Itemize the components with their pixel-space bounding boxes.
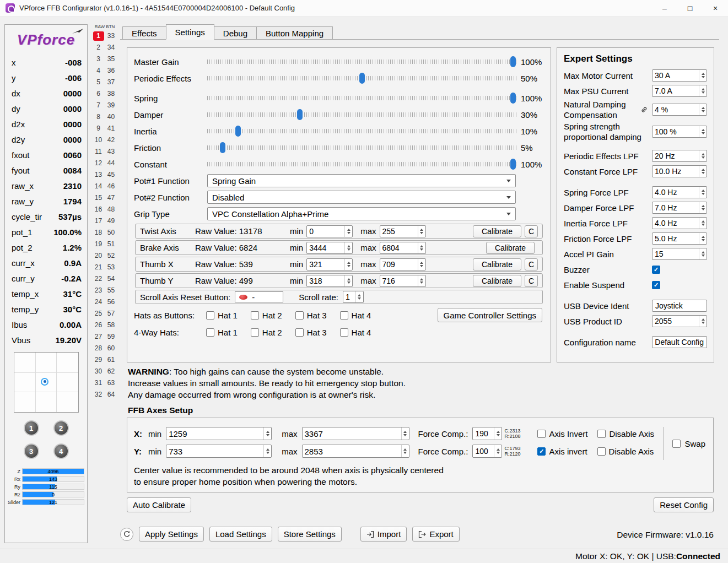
calibrate-button[interactable]: Calibrate [473,258,521,270]
setting-spin-input[interactable]: 10.0 Hz [652,165,707,177]
spinner-icon[interactable] [494,445,501,457]
swap-checkbox-item[interactable]: Swap [663,427,705,460]
slider[interactable] [207,93,516,104]
spinner-icon[interactable] [699,187,707,198]
game-controller-settings-button[interactable]: Game Controller Settings [438,308,542,322]
axis-min-input[interactable]: 321 [306,258,353,270]
axis-min-input[interactable]: 3444 [306,242,353,254]
spinner-icon[interactable] [699,218,707,229]
close-button[interactable]: × [703,0,728,16]
checkbox[interactable] [251,311,259,320]
slider-handle[interactable] [510,93,516,104]
hat-checkbox-item[interactable]: Hat 2 [251,328,282,337]
setting-spin-input[interactable]: 2055 [652,315,707,327]
auto-calibrate-button[interactable]: Auto Calibrate [127,497,191,512]
spinner-icon[interactable] [494,427,501,440]
checkbox[interactable] [206,328,214,337]
spinner-icon[interactable] [355,291,363,302]
hat-checkbox-item[interactable]: Hat 3 [295,328,327,337]
setting-spin-input[interactable]: 20 Hz [652,150,707,162]
center-button[interactable]: C [525,275,538,287]
tab[interactable]: Debug [214,26,257,40]
checkbox[interactable] [295,328,304,337]
ffb-max-input[interactable]: 3367 [302,427,409,440]
spinner-icon[interactable] [401,445,409,457]
checkbox[interactable] [340,311,348,320]
force-comp-input[interactable]: 100 [472,445,502,458]
hat-checkbox-item[interactable]: Hat 4 [340,311,371,320]
axis-invert-checkbox-item[interactable]: Axis Invert [537,429,587,439]
checkbox[interactable] [652,281,660,289]
hat-checkbox-item[interactable]: Hat 2 [251,311,282,320]
setting-spin-input[interactable]: 7.0 A [652,85,707,97]
checkbox[interactable] [597,447,606,456]
link-icon[interactable] [639,104,650,115]
disable-axis-checkbox-item[interactable]: Disable Axis [597,447,654,456]
ffb-min-input[interactable]: 733 [166,445,272,458]
axis-max-input[interactable]: 716 [380,275,426,287]
setting-spin-input[interactable]: 4.0 Hz [652,186,707,198]
center-button[interactable]: C [525,258,538,270]
slider[interactable] [207,56,516,67]
hat-checkbox-item[interactable]: Hat 1 [206,311,238,320]
force-comp-input[interactable]: 190 [472,427,502,440]
hat-checkbox-item[interactable]: Hat 3 [295,311,327,320]
spinner-icon[interactable] [344,242,352,253]
center-button[interactable]: C [525,225,538,237]
spinner-icon[interactable] [699,104,707,115]
maximize-button[interactable]: □ [677,0,703,16]
axis-min-input[interactable]: 318 [306,275,353,287]
spinner-icon[interactable] [418,275,425,286]
setting-text-input[interactable]: Default Config [652,336,707,348]
minimize-button[interactable]: – [652,0,677,16]
spinner-icon[interactable] [344,275,352,286]
spinner-icon[interactable] [699,233,707,244]
spinner-icon[interactable] [699,150,707,161]
load-settings-button[interactable]: Load Settings [209,527,272,542]
setting-spin-input[interactable]: 4.0 Hz [652,217,707,229]
slider-handle[interactable] [510,159,516,170]
setting-spin-input[interactable]: 100 % [652,126,707,138]
calibrate-button[interactable]: Calibrate [473,225,521,237]
checkbox[interactable] [597,430,606,438]
axis-invert-checkbox-item[interactable]: Axis invert [537,447,587,456]
dropdown-select[interactable]: VPC Constellation Alpha+Prime [207,207,516,220]
spinner-icon[interactable] [699,202,707,213]
slider[interactable] [207,109,516,120]
spinner-icon[interactable] [699,70,707,81]
setting-spin-input[interactable]: 30 A [652,69,707,82]
checkbox[interactable] [672,440,681,448]
export-button[interactable]: Export [412,527,459,542]
tab[interactable]: Effects [122,26,166,40]
tab[interactable]: Button Mapping [256,26,333,40]
spinner-icon[interactable] [699,248,707,259]
hat-checkbox-item[interactable]: Hat 4 [340,328,371,337]
checkbox[interactable] [251,328,259,337]
scroll-rate-input[interactable]: 1 [343,291,364,303]
spinner-icon[interactable] [699,85,707,96]
dropdown-select[interactable]: Disabled [207,191,516,204]
disable-axis-checkbox-item[interactable]: Disable Axis [597,429,654,439]
setting-text-input[interactable]: Joystick [652,300,707,312]
slider[interactable] [207,142,516,153]
checkbox[interactable] [295,311,304,320]
dropdown-select[interactable]: Spring Gain [207,174,516,187]
checkbox[interactable] [537,430,546,438]
slider[interactable] [207,73,516,84]
axis-max-input[interactable]: 709 [380,258,426,270]
apply-settings-button[interactable]: Apply Settings [139,527,204,542]
calibrate-button[interactable]: Calibrate [473,275,521,287]
ffb-min-input[interactable]: 1259 [166,427,272,440]
import-button[interactable]: Import [360,527,407,542]
checkbox[interactable] [206,311,214,320]
axis-max-input[interactable]: 6804 [380,242,426,254]
refresh-button[interactable] [120,528,133,541]
axis-min-input[interactable]: 0 [306,225,353,237]
spinner-icon[interactable] [699,166,707,177]
store-settings-button[interactable]: Store Settings [278,527,342,542]
hat-checkbox-item[interactable]: Hat 1 [206,328,238,337]
slider-handle[interactable] [297,109,303,120]
slider-handle[interactable] [359,73,365,84]
spinner-icon[interactable] [418,259,425,270]
spinner-icon[interactable] [418,226,425,237]
